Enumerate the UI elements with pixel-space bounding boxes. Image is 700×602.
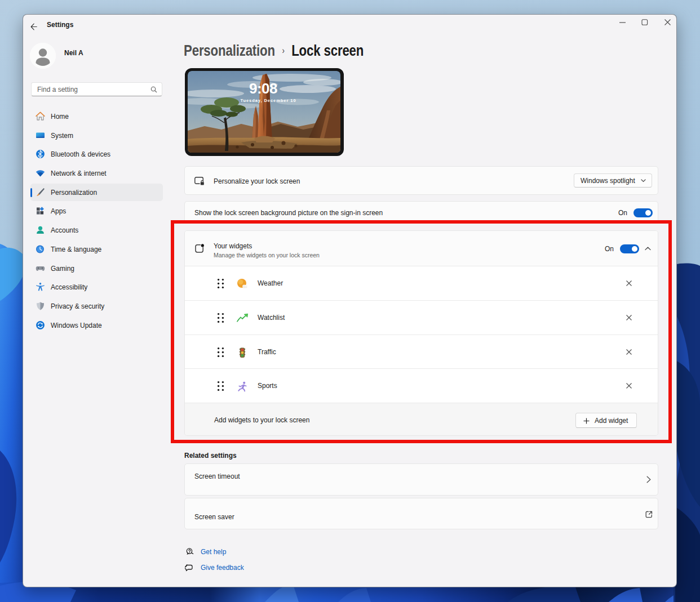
svg-text:Tuesday, December 10: Tuesday, December 10 <box>240 98 296 103</box>
svg-text:9:08: 9:08 <box>249 80 277 97</box>
